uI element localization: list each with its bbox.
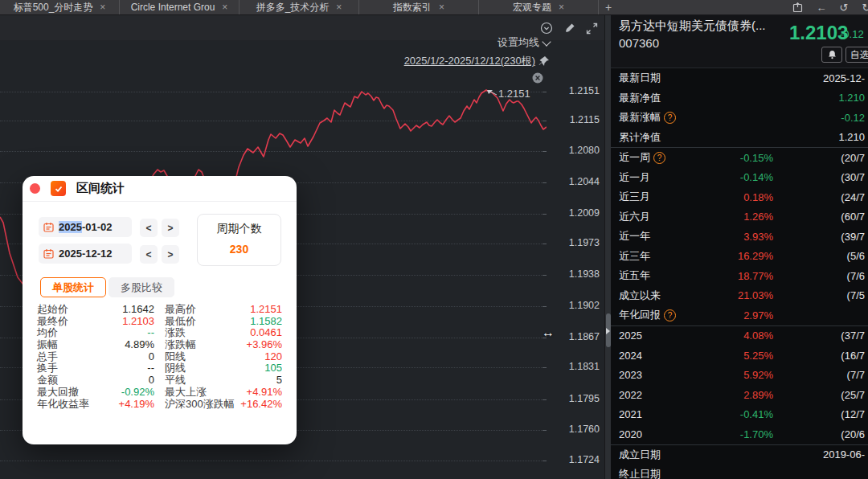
row-label: 2022	[619, 389, 642, 401]
dialog-tab-multi-compare[interactable]: 多股比较	[108, 277, 174, 297]
fund-name: 易方达中短期美元债债券(...	[619, 18, 766, 34]
row-label: 2024	[619, 350, 642, 362]
tab-close-icon[interactable]: ×	[336, 2, 342, 13]
stat-value: +16.42%	[240, 399, 282, 411]
fund-code: 007360	[619, 36, 659, 50]
row-percent: 1.26%	[650, 211, 773, 223]
export-icon[interactable]	[792, 2, 805, 13]
table-row: 累计净值1.210	[611, 128, 868, 148]
alert-bell-button[interactable]	[821, 47, 842, 63]
row-rank: (20/6	[773, 428, 865, 440]
stat-label: 平线	[165, 375, 186, 387]
row-percent: 5.25%	[642, 350, 773, 362]
set-ma-button[interactable]: 设置均线	[497, 35, 550, 50]
tab-close-icon[interactable]: ×	[559, 2, 564, 13]
row-label: 最新净值	[619, 91, 661, 105]
stat-label: 涨跌幅	[165, 339, 196, 351]
end-date-input[interactable]: 2025-12-12	[39, 244, 132, 264]
help-icon[interactable]: ?	[664, 309, 676, 321]
tab-item[interactable]: 标普500_分时走势×	[0, 0, 120, 14]
table-row: 2021-0.41%(12/7	[611, 405, 868, 425]
row-rank: (37/7	[773, 330, 865, 342]
tab-label: 指数索引	[393, 1, 432, 14]
end-date-next-button[interactable]: >	[162, 245, 179, 264]
stat-label: 最大回撤	[37, 387, 79, 399]
row-label: 近五年	[619, 268, 650, 283]
stat-value: +4.19%	[119, 399, 154, 411]
tab-item[interactable]: 指数索引×	[359, 0, 479, 14]
tab-item[interactable]: 宏观专题×	[479, 0, 599, 14]
row-value: 1.210	[661, 131, 865, 143]
add-watchlist-button[interactable]: 自选 +	[845, 47, 868, 63]
row-label: 近一周?	[619, 150, 665, 165]
end-date-prev-button[interactable]: <	[140, 245, 158, 264]
undo-icon[interactable]: ↺	[837, 2, 850, 14]
fullscreen-icon[interactable]	[585, 22, 598, 35]
chart-toolbar	[540, 22, 598, 35]
start-date-prev-button[interactable]: <	[140, 219, 158, 237]
axis-tick-label: 1.1724	[547, 454, 605, 465]
tab-label: 标普500_分时走势	[14, 1, 93, 14]
stat-row: 最大回撤-0.92%	[37, 387, 154, 399]
tab-item[interactable]: Circle Internet Grou×	[120, 0, 240, 14]
app-window: 设置均线 2025/1/2-2025/12/12(230根) 1.21511.2…	[0, 0, 868, 479]
stat-row: 最终价1.2103	[37, 316, 154, 328]
period-count-box: 周期个数 230	[197, 214, 281, 266]
stat-value: 0.0461	[250, 327, 282, 339]
axis-tick-label: 1.1831	[547, 361, 605, 372]
help-icon[interactable]: ?	[653, 152, 665, 164]
date-range-button[interactable]: 2025/1/2-2025/12/12(230根)	[404, 54, 550, 68]
indicator-dropdown-icon[interactable]	[540, 22, 553, 35]
table-row: 终止日期	[611, 465, 868, 479]
tab-close-icon[interactable]: ×	[100, 2, 105, 13]
row-rank: (16/7	[773, 350, 865, 362]
stat-value: 1.1642	[122, 304, 154, 316]
row-rank: (12/7	[773, 408, 865, 420]
stat-value: -0.92%	[121, 387, 154, 399]
redo-icon[interactable]: ↻	[860, 2, 868, 14]
tab-close-icon[interactable]: ×	[439, 2, 444, 13]
row-percent: 5.92%	[642, 369, 773, 381]
dialog-close-button[interactable]	[30, 183, 40, 194]
bell-icon	[828, 50, 837, 59]
stat-row: 最大上涨+4.91%	[165, 387, 282, 399]
row-percent: -1.70%	[642, 428, 773, 440]
checked-checkbox[interactable]	[51, 181, 66, 196]
back-arrow-icon[interactable]: ←	[815, 2, 828, 14]
row-value: 2019-06-	[661, 448, 865, 461]
help-icon[interactable]: ?	[664, 112, 676, 124]
calendar-icon	[43, 248, 54, 259]
row-label: 近三月	[619, 190, 650, 204]
draw-brush-icon[interactable]	[563, 22, 575, 35]
row-label: 近一年	[619, 229, 650, 244]
fund-panel-header: 易方达中短期美元债债券(... 007360 1.2103 -0.12 自选 +	[611, 14, 868, 68]
peak-value-annotation: 1.2151	[498, 88, 530, 100]
row-label: 2021	[619, 408, 642, 420]
stat-value: 105	[264, 362, 282, 375]
start-date-input[interactable]: 2025-01-02	[39, 217, 132, 237]
axis-tick-label: 1.1867	[547, 331, 605, 342]
stat-label: 最终价	[37, 316, 68, 328]
dialog-title: 区间统计	[76, 181, 125, 196]
divider-collapse-arrow-icon[interactable]	[606, 328, 610, 334]
stat-value: 4.89%	[125, 339, 154, 351]
tab-bar: 标普500_分时走势×Circle Internet Grou×拼多多_技术分析…	[0, 0, 868, 15]
row-percent: -0.15%	[665, 152, 773, 164]
chart-close-icon[interactable]	[532, 72, 543, 84]
dialog-tab-single-stats[interactable]: 单股统计	[40, 277, 106, 297]
stat-label: 最高价	[165, 304, 196, 316]
stat-value: 120	[264, 351, 282, 363]
tab-item[interactable]: 拼多多_技术分析×	[240, 0, 359, 14]
stat-label: 年化收益率	[37, 399, 89, 411]
tab-close-icon[interactable]: ×	[222, 2, 227, 13]
row-rank: (7/5	[773, 289, 865, 301]
stat-row: 年化收益率+4.19%	[37, 399, 154, 411]
stat-value: --	[147, 327, 154, 339]
start-date-rest: -01-02	[82, 221, 113, 233]
stat-row: 金额0	[37, 375, 154, 387]
new-tab-button[interactable]: +	[605, 1, 612, 14]
row-value: 2025-12-	[661, 72, 865, 84]
row-percent: 18.77%	[650, 270, 773, 282]
start-date-next-button[interactable]: >	[162, 219, 179, 237]
row-percent: -0.14%	[650, 171, 773, 183]
